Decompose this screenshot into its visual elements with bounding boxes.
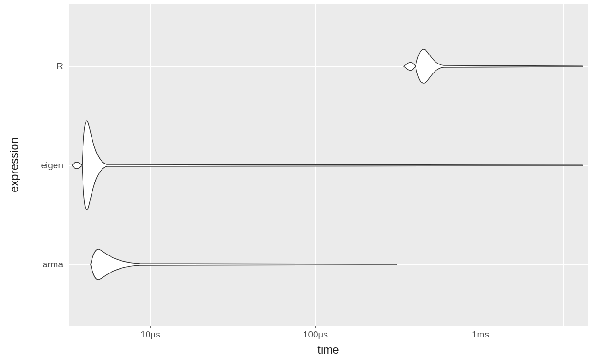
- x-axis-label: time: [317, 343, 339, 356]
- violin-layer: [69, 4, 588, 326]
- violin-r: [404, 63, 416, 71]
- y-tick-arma: arma: [43, 259, 63, 270]
- x-tick-100us: 100µs: [303, 329, 328, 340]
- y-axis-label: expression: [8, 137, 21, 192]
- violin-r-main: [416, 49, 582, 83]
- violin-eigen-prebump: [72, 162, 83, 169]
- y-tick-eigen: eigen: [41, 160, 64, 171]
- benchmark-violin-chart: R eigen arma 10µs 100µs 1ms time express…: [0, 0, 592, 364]
- y-tick-r: R: [56, 61, 63, 72]
- plot-panel: [69, 4, 588, 326]
- x-tick-10us: 10µs: [140, 329, 160, 340]
- x-tick-1ms: 1ms: [472, 329, 489, 340]
- violin-arma: [91, 249, 396, 280]
- violin-eigen-main: [82, 121, 582, 210]
